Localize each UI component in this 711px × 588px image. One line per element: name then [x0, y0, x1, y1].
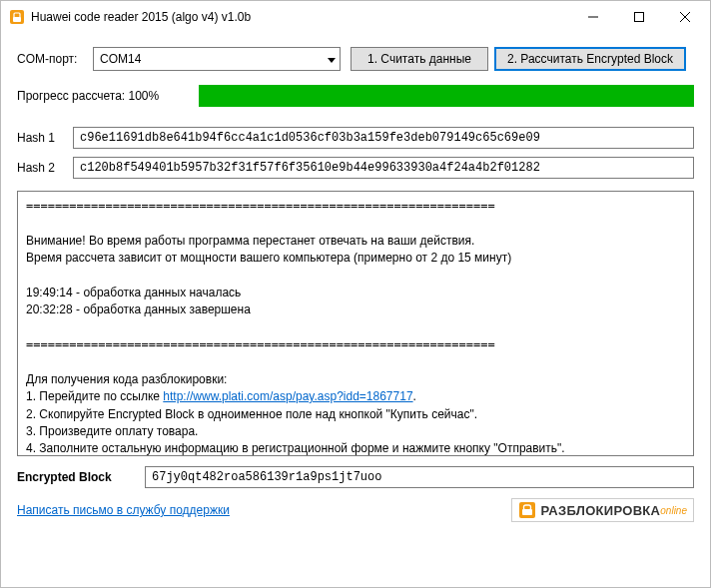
brand-text2: online: [660, 505, 687, 516]
log-line4: 20:32:28 - обработка данных завершена: [26, 301, 685, 318]
read-data-button[interactable]: 1. Считать данные: [351, 47, 488, 71]
log-line5: Для получения кода разблокировки:: [26, 371, 685, 388]
log-sep1: ========================================…: [26, 198, 685, 215]
progress-row: Прогресс рассчета: 100%: [17, 85, 694, 107]
content-area: COM-порт: COM14 1. Считать данные 2. Рас…: [1, 33, 710, 532]
log-line8: 3. Произведите оплату товара.: [26, 423, 685, 440]
com-row: COM-порт: COM14 1. Считать данные 2. Рас…: [17, 47, 694, 71]
footer: Написать письмо в службу поддержки РАЗБЛ…: [17, 498, 694, 522]
support-link[interactable]: Написать письмо в службу поддержки: [17, 503, 230, 517]
progress-bar: [199, 85, 694, 107]
hash2-input[interactable]: [73, 157, 694, 179]
app-window: Huawei code reader 2015 (algo v4) v1.0b …: [0, 0, 711, 588]
log-line9: 4. Заполните остальную информацию в реги…: [26, 440, 685, 456]
svg-marker-7: [328, 58, 336, 63]
encrypted-row: Encrypted Block: [17, 466, 694, 488]
log-textarea[interactable]: ========================================…: [17, 191, 694, 456]
com-port-value: COM14: [100, 52, 141, 66]
encrypted-input[interactable]: [145, 466, 694, 488]
close-button[interactable]: [662, 2, 708, 32]
hash1-label: Hash 1: [17, 131, 73, 145]
calc-encrypted-button[interactable]: 2. Рассчитать Encrypted Block: [494, 47, 686, 71]
titlebar: Huawei code reader 2015 (algo v4) v1.0b: [1, 1, 710, 33]
app-icon: [9, 9, 25, 25]
window-controls: [570, 2, 708, 32]
lock-icon: [518, 501, 536, 519]
minimize-button[interactable]: [570, 2, 616, 32]
read-data-label: 1. Считать данные: [367, 52, 471, 66]
maximize-button[interactable]: [616, 2, 662, 32]
log-line7: 2. Скопируйте Encrypted Block в одноимен…: [26, 406, 685, 423]
plati-link[interactable]: http://www.plati.com/asp/pay.asp?idd=186…: [163, 389, 412, 403]
com-port-select[interactable]: COM14: [93, 47, 341, 71]
window-title: Huawei code reader 2015 (algo v4) v1.0b: [31, 10, 570, 24]
brand-text1: РАЗБЛОКИРОВКА: [540, 503, 660, 518]
brand-badge: РАЗБЛОКИРОВКАonline: [511, 498, 694, 522]
hash2-row: Hash 2: [17, 157, 694, 179]
svg-rect-4: [635, 13, 644, 22]
com-port-label: COM-порт:: [17, 52, 93, 66]
hash2-label: Hash 2: [17, 161, 73, 175]
encrypted-label: Encrypted Block: [17, 470, 145, 484]
progress-label: Прогресс рассчета: 100%: [17, 89, 199, 103]
log-line6b: .: [413, 389, 416, 403]
log-line2: Время рассчета зависит от мощности вашег…: [26, 250, 685, 267]
log-line1: Внимание! Во время работы программа пере…: [26, 233, 685, 250]
log-line3: 19:49:14 - обработка данных началась: [26, 285, 685, 301]
hash1-row: Hash 1: [17, 127, 694, 149]
chevron-down-icon: [328, 52, 336, 66]
log-sep2: ========================================…: [26, 336, 685, 353]
svg-rect-10: [522, 509, 532, 515]
calc-encrypted-label: 2. Рассчитать Encrypted Block: [507, 52, 673, 66]
svg-rect-2: [13, 17, 21, 22]
log-line6: 1. Перейдите по ссылке http://www.plati.…: [26, 388, 685, 405]
log-line6a: 1. Перейдите по ссылке: [26, 389, 163, 403]
hash1-input[interactable]: [73, 127, 694, 149]
